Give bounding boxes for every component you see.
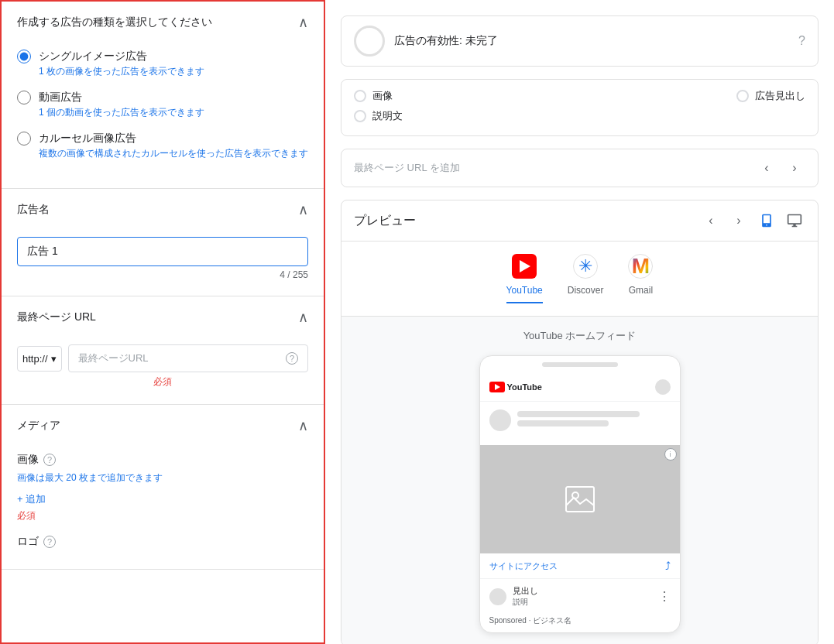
media-section-header[interactable]: メディア ∧ xyxy=(2,405,324,447)
url-required-badge: 必須 xyxy=(17,375,308,389)
ad-image-placeholder xyxy=(480,445,680,553)
url-add-text: 最終ページ URL を追加 xyxy=(354,161,460,175)
image-label-text: 画像 xyxy=(17,453,39,467)
feed-line-1 xyxy=(517,411,640,417)
preview-title: プレビュー xyxy=(354,213,416,229)
meta-more-icon[interactable]: ⋮ xyxy=(658,589,671,604)
image-required-badge: 必須 xyxy=(17,509,308,522)
tab-youtube[interactable]: YouTube xyxy=(506,254,543,303)
logo-label-row: ロゴ ? xyxy=(17,535,308,549)
ad-type-content: シングルイメージ広告 1 枚の画像を使った広告を表示できます 動画広告 1 個の… xyxy=(2,43,324,188)
final-url-section: 最終ページ URL ∧ http:// ▾ 最終ページURL ? 必須 xyxy=(2,296,324,405)
effectiveness-bar: 広告の有効性: 未完了 ? xyxy=(341,15,819,67)
preview-next-arrow[interactable]: › xyxy=(728,210,750,231)
url-next-arrow[interactable]: › xyxy=(784,157,805,179)
discover-tab-label: Discover xyxy=(568,285,604,296)
image-desc: 画像は最大 20 枚まで追加できます xyxy=(17,471,308,485)
single-image-option: シングルイメージ広告 1 枚の画像を使った広告を表示できます xyxy=(17,50,308,78)
phone-mockup: YouTube i xyxy=(479,355,681,633)
carousel-label[interactable]: カルーセル画像広告 xyxy=(17,132,308,146)
url-protocol-select[interactable]: http:// ▾ xyxy=(17,346,62,372)
url-input-container[interactable]: 最終ページURL ? xyxy=(68,344,308,372)
url-row: http:// ▾ 最終ページURL ? xyxy=(17,344,308,372)
feed-line-2 xyxy=(517,420,609,426)
feed-avatar xyxy=(489,409,511,431)
gmail-tab-label: Gmail xyxy=(629,285,653,296)
meta-avatar xyxy=(489,588,506,605)
preview-prev-arrow[interactable]: ‹ xyxy=(700,210,722,231)
ad-type-chevron-icon: ∧ xyxy=(298,14,308,31)
single-image-radio[interactable] xyxy=(17,50,31,63)
preview-section: プレビュー ‹ › xyxy=(341,200,819,644)
ad-type-title: 作成する広告の種類を選択してください xyxy=(17,15,212,29)
ad-type-section-header[interactable]: 作成する広告の種類を選択してください ∧ xyxy=(2,2,324,43)
gmail-m-letter: M xyxy=(632,254,650,279)
phone-header-circle xyxy=(655,379,671,395)
media-content: 画像 ? 画像は最大 20 枚まで追加できます + 追加 必須 ロゴ ? xyxy=(2,447,324,569)
check-radio-description xyxy=(354,110,366,122)
video-radio[interactable] xyxy=(17,91,31,104)
feed-text-lines xyxy=(517,411,671,430)
right-panel: 広告の有効性: 未完了 ? 画像 広告見出し 説明文 最終ページ URL を追加… xyxy=(325,0,834,644)
video-option: 動画広告 1 個の動画を使った広告を表示できます xyxy=(17,91,308,119)
tab-discover[interactable]: ✳ Discover xyxy=(568,254,604,303)
url-help-icon[interactable]: ? xyxy=(286,352,298,365)
phone-header: YouTube xyxy=(480,373,680,402)
cta-link-text: サイトにアクセス xyxy=(489,560,659,572)
yt-text: YouTube xyxy=(507,382,542,392)
mobile-device-icon[interactable] xyxy=(756,210,777,231)
carousel-desc: 複数の画像で構成されたカルーセルを使った広告を表示できます xyxy=(39,147,308,160)
ad-name-section: 広告名 ∧ 4 / 255 xyxy=(2,189,324,296)
logo-help-icon[interactable]: ? xyxy=(43,536,56,548)
yt-logo-small: YouTube xyxy=(489,382,542,392)
cta-external-icon: ⤴ xyxy=(665,560,671,572)
url-prev-arrow[interactable]: ‹ xyxy=(756,157,777,179)
carousel-radio[interactable] xyxy=(17,132,31,146)
checklist: 画像 広告見出し 説明文 xyxy=(341,79,819,136)
image-label-row: 画像 ? xyxy=(17,453,308,467)
check-label-image: 画像 xyxy=(372,89,393,103)
effectiveness-help-icon[interactable]: ? xyxy=(798,34,805,48)
add-image-button[interactable]: + 追加 xyxy=(17,492,308,506)
ad-name-section-header[interactable]: 広告名 ∧ xyxy=(2,189,324,231)
gmail-icon: M xyxy=(628,254,653,279)
ad-meta-row: 見出し 説明 ⋮ xyxy=(480,579,680,614)
final-url-title: 最終ページ URL xyxy=(17,310,96,324)
tab-gmail[interactable]: M Gmail xyxy=(628,254,653,303)
char-count: 4 / 255 xyxy=(17,269,308,280)
discover-icon: ✳ xyxy=(573,254,598,279)
video-text: 動画広告 xyxy=(39,91,82,104)
desktop-device-icon[interactable] xyxy=(784,210,805,231)
url-protocol-text: http:// xyxy=(22,353,48,365)
carousel-text: カルーセル画像広告 xyxy=(39,132,136,146)
meta-title: 見出し xyxy=(513,585,652,597)
ad-name-title: 広告名 xyxy=(17,203,50,217)
effectiveness-circle xyxy=(354,26,385,57)
add-image-label: + 追加 xyxy=(17,492,46,506)
platform-tabs: YouTube ✳ Discover M Gmail xyxy=(341,242,818,317)
youtube-icon xyxy=(512,254,537,279)
meta-sub: 説明 xyxy=(513,597,652,608)
media-title: メディア xyxy=(17,419,60,433)
single-image-label[interactable]: シングルイメージ広告 xyxy=(17,50,308,63)
youtube-tab-label: YouTube xyxy=(506,285,543,296)
ad-card: i サイトにアクセス ⤴ xyxy=(480,445,680,632)
final-url-add-row[interactable]: 最終ページ URL を追加 ‹ › xyxy=(341,149,819,187)
ad-info-badge[interactable]: i xyxy=(664,448,677,461)
video-label[interactable]: 動画広告 xyxy=(17,91,308,104)
yt-icon-small xyxy=(489,382,505,392)
preview-content: YouTube ホームフィード YouTube xyxy=(341,317,818,644)
image-help-icon[interactable]: ? xyxy=(43,454,56,466)
yt-play-small xyxy=(495,384,500,390)
check-label-headline: 広告見出し xyxy=(755,89,805,103)
single-image-desc: 1 枚の画像を使った広告を表示できます xyxy=(39,65,308,78)
svg-rect-0 xyxy=(566,487,594,512)
home-feed-label: YouTube ホームフィード xyxy=(354,329,805,343)
check-radio-image xyxy=(354,90,366,102)
check-radio-headline xyxy=(736,90,749,102)
final-url-section-header[interactable]: 最終ページ URL ∧ xyxy=(2,296,324,338)
check-row-image: 画像 広告見出し xyxy=(354,89,805,103)
meta-text: 見出し 説明 xyxy=(513,585,652,608)
ad-name-input[interactable] xyxy=(17,237,308,266)
media-chevron-icon: ∧ xyxy=(298,417,308,434)
